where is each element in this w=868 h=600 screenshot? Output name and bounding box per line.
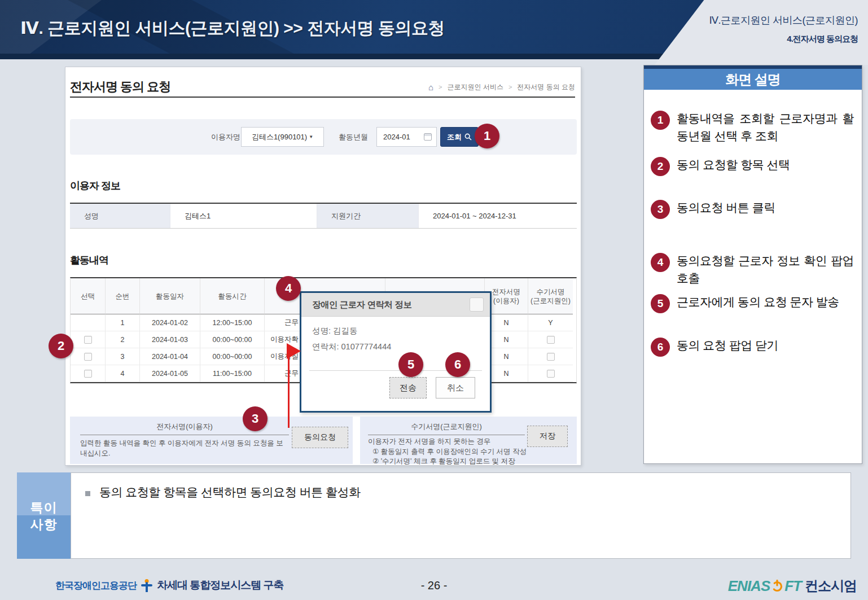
handsign-line3: ② '수기서명' 체크 후 활동일지 업로드 및 저장 bbox=[372, 457, 515, 466]
name-label: 성명 bbox=[70, 204, 170, 228]
no-cell: 1 bbox=[106, 314, 140, 331]
handsign-checkbox[interactable] bbox=[547, 353, 555, 361]
page-header: 전자서명 동의 요청 ⌂ > 근로지원인 서비스 > 전자서명 동의 요청 bbox=[70, 77, 575, 98]
footer-right-logo: ENIAS FT 컨소시엄 bbox=[728, 577, 857, 595]
breadcrumb-item[interactable]: 근로지원인 서비스 bbox=[448, 82, 503, 92]
step-badge-5: 5 bbox=[398, 352, 423, 377]
handsign-line2: ① 활동일지 출력 후 이용장애인의 수기 서명 작성 bbox=[372, 447, 527, 457]
contact-info-popup: 장애인 근로자 연락처 정보 성명: 김길동 연락처: 01077774444 … bbox=[300, 291, 492, 413]
annotation-arrow-icon bbox=[287, 343, 301, 359]
breadcrumb-separator-icon: > bbox=[439, 84, 442, 90]
select-checkbox[interactable] bbox=[84, 370, 92, 378]
column-header-no: 순번 bbox=[106, 278, 140, 314]
sidebar-title: 화면 설명 bbox=[644, 65, 862, 90]
no-cell: 4 bbox=[106, 365, 140, 382]
bullet-icon bbox=[85, 491, 90, 496]
handsign-cell: Y bbox=[528, 314, 573, 331]
cancel-button[interactable]: 취소 bbox=[436, 377, 475, 398]
no-cell: 3 bbox=[106, 348, 140, 365]
esign-header-line1: 전자서명 bbox=[492, 287, 520, 296]
esign-panel-description: 입력한 활동 내역을 확인 후 이용자에게 전자 서명 동의 요청을 보내십시오… bbox=[80, 438, 284, 458]
no-cell: 2 bbox=[106, 331, 140, 348]
corner-subsection-title: 4.전자서명 동의요청 bbox=[787, 34, 858, 45]
consent-request-button[interactable]: 동의요청 bbox=[292, 427, 348, 448]
name-value: 김테스1 bbox=[170, 204, 317, 228]
time-cell: 12:00~15:00 bbox=[200, 314, 265, 331]
search-button[interactable]: 조회 bbox=[440, 127, 479, 147]
eniasoft-logo-text: ENIAS bbox=[728, 577, 770, 595]
explanation-item: 2 동의 요청할 항목 선택 bbox=[651, 156, 854, 176]
popup-close-button[interactable] bbox=[470, 297, 484, 312]
date-cell: 2024-01-02 bbox=[140, 314, 200, 331]
popup-name-line: 성명: 김길동 bbox=[312, 326, 358, 336]
app-screenshot: 전자서명 동의 요청 ⌂ > 근로지원인 서비스 > 전자서명 동의 요청 이용… bbox=[65, 67, 581, 466]
calendar-icon[interactable] bbox=[424, 133, 432, 141]
item-number-badge: 4 bbox=[651, 253, 670, 272]
home-icon[interactable]: ⌂ bbox=[428, 83, 433, 91]
activity-month-input[interactable]: 2024-01 bbox=[376, 127, 437, 147]
breadcrumb: ⌂ > 근로지원인 서비스 > 전자서명 동의 요청 bbox=[428, 82, 575, 92]
power-icon bbox=[771, 580, 783, 592]
select-cell bbox=[71, 331, 106, 348]
annotation-arrow-line bbox=[288, 357, 290, 428]
search-bar: 이용자명 김테스1(990101) ▼ 활동년월 2024-01 조회 bbox=[70, 119, 577, 155]
user-select-value: 김테스1(990101) bbox=[252, 132, 307, 142]
item-text: 근로자에게 동의 요청 문자 발송 bbox=[677, 293, 839, 310]
explanation-sidebar: 화면 설명 1 활동내역을 조회할 근로자명과 활동년월 선택 후 조회 2 동… bbox=[643, 65, 862, 464]
explanation-item: 6 동의 요청 팝업 닫기 bbox=[651, 336, 854, 357]
handsign-panel-title: 수기서명(근로지원인) bbox=[368, 422, 525, 435]
explanation-item: 3 동의요청 버튼 클릭 bbox=[651, 199, 854, 219]
select-cell bbox=[71, 314, 106, 331]
item-text: 동의요청할 근로자 정보 확인 팝업 호출 bbox=[677, 252, 854, 287]
user-info-table: 성명 김테스1 지원기간 2024-01-01 ~ 2024-12-31 bbox=[70, 203, 577, 229]
handsign-header-line2: (근로지원인) bbox=[531, 296, 571, 305]
select-checkbox[interactable] bbox=[84, 336, 92, 344]
popup-header: 장애인 근로자 연락처 정보 bbox=[301, 293, 490, 317]
popup-phone-line: 연락처: 01077774444 bbox=[312, 341, 391, 352]
item-text: 동의요청 버튼 클릭 bbox=[677, 199, 775, 216]
page-title: 전자서명 동의 요청 bbox=[70, 78, 170, 95]
user-name-label: 이용자명 bbox=[211, 132, 240, 142]
time-cell: 00:00~00:00 bbox=[200, 348, 265, 365]
select-cell bbox=[71, 365, 106, 382]
breadcrumb-separator-icon: > bbox=[508, 84, 512, 90]
notes-label-line2: 사항 bbox=[30, 516, 58, 533]
explanation-item: 4 동의요청할 근로자 정보 확인 팝업 호출 bbox=[651, 252, 854, 287]
handsign-checkbox[interactable] bbox=[547, 336, 555, 344]
handsign-checkbox[interactable] bbox=[547, 370, 555, 378]
date-cell: 2024-01-04 bbox=[140, 348, 200, 365]
item-number-badge: 6 bbox=[651, 338, 670, 357]
notes-label-line1: 특이 bbox=[30, 499, 58, 516]
item-number-badge: 5 bbox=[651, 294, 670, 313]
notes-label: 특이 사항 bbox=[17, 472, 71, 559]
send-button[interactable]: 전송 bbox=[389, 377, 427, 398]
step-badge-1: 1 bbox=[475, 124, 499, 148]
item-text: 동의 요청할 항목 선택 bbox=[677, 156, 790, 173]
notes-text: 동의 요청할 항목을 선택하면 동의요청 버튼 활성화 bbox=[99, 484, 361, 500]
user-info-heading: 이용자 정보 bbox=[70, 179, 120, 192]
handsign-line1: 이용자가 전자 서명을 하지 못하는 경우 bbox=[368, 437, 490, 446]
column-header-handsign: 수기서명 (근로지원인) bbox=[528, 278, 573, 314]
column-header-date: 활동일자 bbox=[140, 278, 200, 314]
explanation-item: 1 활동내역을 조회할 근로자명과 활동년월 선택 후 조회 bbox=[651, 110, 854, 144]
step-badge-6: 6 bbox=[445, 352, 470, 377]
item-text: 동의 요청 팝업 닫기 bbox=[677, 336, 778, 354]
item-number-badge: 2 bbox=[651, 157, 670, 176]
chevron-down-icon: ▼ bbox=[309, 134, 313, 139]
item-number-badge: 3 bbox=[651, 200, 670, 219]
step-badge-3: 3 bbox=[243, 406, 268, 431]
period-label: 지원기간 bbox=[317, 204, 419, 228]
activity-month-label: 활동년월 bbox=[339, 132, 368, 142]
esign-panel: 전자서명(이용자) 입력한 활동 내역을 확인 후 이용자에게 전자 서명 동의… bbox=[70, 417, 353, 464]
explanation-item: 5 근로자에게 동의 요청 문자 발송 bbox=[651, 293, 854, 313]
handsign-panel: 수기서명(근로지원인) 이용자가 전자 서명을 하지 못하는 경우 ① 활동일지… bbox=[360, 417, 577, 464]
eniasoft-logo-text: FT bbox=[784, 577, 801, 595]
esign-header-line2: (이용자) bbox=[493, 296, 519, 305]
save-button[interactable]: 저장 bbox=[527, 426, 568, 447]
activity-heading: 활동내역 bbox=[70, 253, 108, 267]
corner-section-title: Ⅳ.근로지원인 서비스(근로지원인) bbox=[709, 14, 858, 27]
select-checkbox[interactable] bbox=[84, 353, 92, 361]
user-select[interactable]: 김테스1(990101) ▼ bbox=[241, 127, 324, 147]
column-header-select: 선택 bbox=[71, 278, 106, 314]
search-button-label: 조회 bbox=[447, 132, 462, 142]
